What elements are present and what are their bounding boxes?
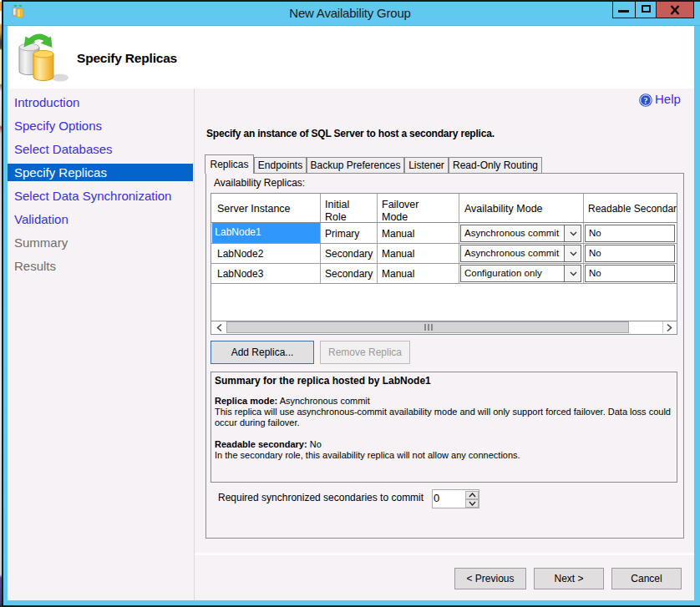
svg-text:?: ? xyxy=(644,96,648,105)
